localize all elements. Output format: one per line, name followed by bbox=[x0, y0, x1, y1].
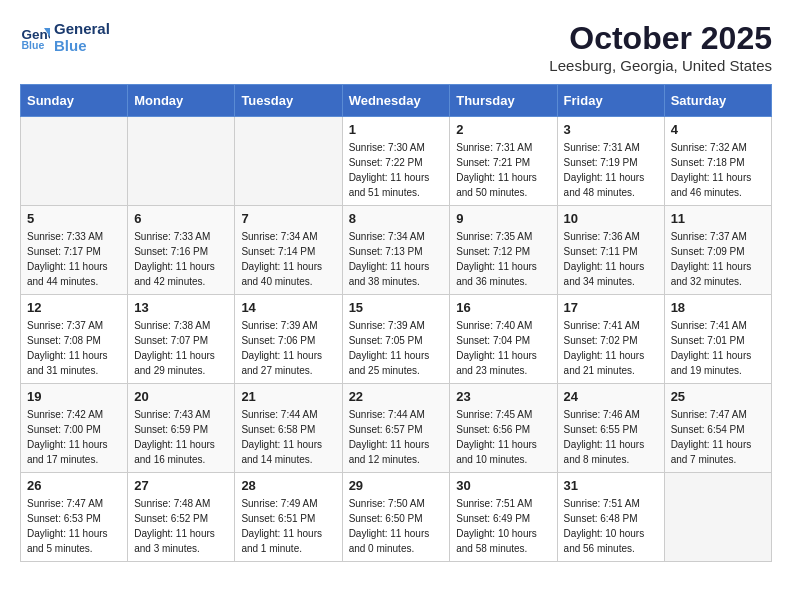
calendar-cell: 4Sunrise: 7:32 AM Sunset: 7:18 PM Daylig… bbox=[664, 117, 771, 206]
weekday-thursday: Thursday bbox=[450, 85, 557, 117]
logo-line2: Blue bbox=[54, 37, 110, 54]
day-number: 2 bbox=[456, 122, 550, 137]
calendar-cell: 15Sunrise: 7:39 AM Sunset: 7:05 PM Dayli… bbox=[342, 295, 450, 384]
day-info: Sunrise: 7:33 AM Sunset: 7:16 PM Dayligh… bbox=[134, 229, 228, 289]
day-info: Sunrise: 7:51 AM Sunset: 6:48 PM Dayligh… bbox=[564, 496, 658, 556]
weekday-sunday: Sunday bbox=[21, 85, 128, 117]
calendar-cell bbox=[21, 117, 128, 206]
weekday-wednesday: Wednesday bbox=[342, 85, 450, 117]
day-info: Sunrise: 7:50 AM Sunset: 6:50 PM Dayligh… bbox=[349, 496, 444, 556]
page-header: General Blue General Blue October 2025 L… bbox=[20, 20, 772, 74]
calendar-table: SundayMondayTuesdayWednesdayThursdayFrid… bbox=[20, 84, 772, 562]
day-info: Sunrise: 7:47 AM Sunset: 6:53 PM Dayligh… bbox=[27, 496, 121, 556]
day-number: 28 bbox=[241, 478, 335, 493]
day-number: 15 bbox=[349, 300, 444, 315]
day-info: Sunrise: 7:46 AM Sunset: 6:55 PM Dayligh… bbox=[564, 407, 658, 467]
calendar-cell: 18Sunrise: 7:41 AM Sunset: 7:01 PM Dayli… bbox=[664, 295, 771, 384]
calendar-cell: 30Sunrise: 7:51 AM Sunset: 6:49 PM Dayli… bbox=[450, 473, 557, 562]
calendar-cell: 21Sunrise: 7:44 AM Sunset: 6:58 PM Dayli… bbox=[235, 384, 342, 473]
day-number: 30 bbox=[456, 478, 550, 493]
day-number: 8 bbox=[349, 211, 444, 226]
calendar-cell: 10Sunrise: 7:36 AM Sunset: 7:11 PM Dayli… bbox=[557, 206, 664, 295]
location: Leesburg, Georgia, United States bbox=[549, 57, 772, 74]
calendar-cell bbox=[128, 117, 235, 206]
day-info: Sunrise: 7:39 AM Sunset: 7:06 PM Dayligh… bbox=[241, 318, 335, 378]
weekday-header-row: SundayMondayTuesdayWednesdayThursdayFrid… bbox=[21, 85, 772, 117]
day-number: 19 bbox=[27, 389, 121, 404]
calendar-cell: 3Sunrise: 7:31 AM Sunset: 7:19 PM Daylig… bbox=[557, 117, 664, 206]
calendar-cell: 27Sunrise: 7:48 AM Sunset: 6:52 PM Dayli… bbox=[128, 473, 235, 562]
day-info: Sunrise: 7:48 AM Sunset: 6:52 PM Dayligh… bbox=[134, 496, 228, 556]
day-number: 10 bbox=[564, 211, 658, 226]
day-info: Sunrise: 7:44 AM Sunset: 6:57 PM Dayligh… bbox=[349, 407, 444, 467]
day-number: 31 bbox=[564, 478, 658, 493]
calendar-cell: 25Sunrise: 7:47 AM Sunset: 6:54 PM Dayli… bbox=[664, 384, 771, 473]
calendar-cell: 9Sunrise: 7:35 AM Sunset: 7:12 PM Daylig… bbox=[450, 206, 557, 295]
calendar-cell: 17Sunrise: 7:41 AM Sunset: 7:02 PM Dayli… bbox=[557, 295, 664, 384]
day-info: Sunrise: 7:38 AM Sunset: 7:07 PM Dayligh… bbox=[134, 318, 228, 378]
calendar-cell: 11Sunrise: 7:37 AM Sunset: 7:09 PM Dayli… bbox=[664, 206, 771, 295]
calendar-cell: 19Sunrise: 7:42 AM Sunset: 7:00 PM Dayli… bbox=[21, 384, 128, 473]
day-number: 4 bbox=[671, 122, 765, 137]
week-row-3: 12Sunrise: 7:37 AM Sunset: 7:08 PM Dayli… bbox=[21, 295, 772, 384]
day-info: Sunrise: 7:45 AM Sunset: 6:56 PM Dayligh… bbox=[456, 407, 550, 467]
calendar-cell: 1Sunrise: 7:30 AM Sunset: 7:22 PM Daylig… bbox=[342, 117, 450, 206]
day-info: Sunrise: 7:51 AM Sunset: 6:49 PM Dayligh… bbox=[456, 496, 550, 556]
day-number: 12 bbox=[27, 300, 121, 315]
weekday-monday: Monday bbox=[128, 85, 235, 117]
calendar-cell bbox=[235, 117, 342, 206]
calendar-cell: 12Sunrise: 7:37 AM Sunset: 7:08 PM Dayli… bbox=[21, 295, 128, 384]
weekday-saturday: Saturday bbox=[664, 85, 771, 117]
day-number: 29 bbox=[349, 478, 444, 493]
day-info: Sunrise: 7:41 AM Sunset: 7:02 PM Dayligh… bbox=[564, 318, 658, 378]
day-info: Sunrise: 7:40 AM Sunset: 7:04 PM Dayligh… bbox=[456, 318, 550, 378]
week-row-2: 5Sunrise: 7:33 AM Sunset: 7:17 PM Daylig… bbox=[21, 206, 772, 295]
day-info: Sunrise: 7:34 AM Sunset: 7:14 PM Dayligh… bbox=[241, 229, 335, 289]
day-number: 22 bbox=[349, 389, 444, 404]
calendar-cell: 5Sunrise: 7:33 AM Sunset: 7:17 PM Daylig… bbox=[21, 206, 128, 295]
calendar-cell bbox=[664, 473, 771, 562]
svg-text:Blue: Blue bbox=[22, 39, 45, 51]
day-info: Sunrise: 7:39 AM Sunset: 7:05 PM Dayligh… bbox=[349, 318, 444, 378]
logo-icon: General Blue bbox=[20, 22, 50, 52]
day-number: 9 bbox=[456, 211, 550, 226]
calendar-cell: 14Sunrise: 7:39 AM Sunset: 7:06 PM Dayli… bbox=[235, 295, 342, 384]
logo: General Blue General Blue bbox=[20, 20, 110, 54]
day-number: 3 bbox=[564, 122, 658, 137]
day-info: Sunrise: 7:47 AM Sunset: 6:54 PM Dayligh… bbox=[671, 407, 765, 467]
day-info: Sunrise: 7:44 AM Sunset: 6:58 PM Dayligh… bbox=[241, 407, 335, 467]
weekday-friday: Friday bbox=[557, 85, 664, 117]
day-number: 18 bbox=[671, 300, 765, 315]
day-info: Sunrise: 7:49 AM Sunset: 6:51 PM Dayligh… bbox=[241, 496, 335, 556]
day-info: Sunrise: 7:41 AM Sunset: 7:01 PM Dayligh… bbox=[671, 318, 765, 378]
calendar-cell: 28Sunrise: 7:49 AM Sunset: 6:51 PM Dayli… bbox=[235, 473, 342, 562]
day-info: Sunrise: 7:33 AM Sunset: 7:17 PM Dayligh… bbox=[27, 229, 121, 289]
day-info: Sunrise: 7:42 AM Sunset: 7:00 PM Dayligh… bbox=[27, 407, 121, 467]
calendar-cell: 7Sunrise: 7:34 AM Sunset: 7:14 PM Daylig… bbox=[235, 206, 342, 295]
day-info: Sunrise: 7:31 AM Sunset: 7:21 PM Dayligh… bbox=[456, 140, 550, 200]
day-info: Sunrise: 7:30 AM Sunset: 7:22 PM Dayligh… bbox=[349, 140, 444, 200]
month-title: October 2025 bbox=[549, 20, 772, 57]
logo-line1: General bbox=[54, 20, 110, 37]
calendar-cell: 31Sunrise: 7:51 AM Sunset: 6:48 PM Dayli… bbox=[557, 473, 664, 562]
day-number: 6 bbox=[134, 211, 228, 226]
calendar-cell: 8Sunrise: 7:34 AM Sunset: 7:13 PM Daylig… bbox=[342, 206, 450, 295]
calendar-cell: 29Sunrise: 7:50 AM Sunset: 6:50 PM Dayli… bbox=[342, 473, 450, 562]
calendar-cell: 2Sunrise: 7:31 AM Sunset: 7:21 PM Daylig… bbox=[450, 117, 557, 206]
week-row-5: 26Sunrise: 7:47 AM Sunset: 6:53 PM Dayli… bbox=[21, 473, 772, 562]
day-number: 17 bbox=[564, 300, 658, 315]
day-number: 5 bbox=[27, 211, 121, 226]
day-info: Sunrise: 7:31 AM Sunset: 7:19 PM Dayligh… bbox=[564, 140, 658, 200]
day-info: Sunrise: 7:36 AM Sunset: 7:11 PM Dayligh… bbox=[564, 229, 658, 289]
day-number: 16 bbox=[456, 300, 550, 315]
day-info: Sunrise: 7:37 AM Sunset: 7:09 PM Dayligh… bbox=[671, 229, 765, 289]
title-section: October 2025 Leesburg, Georgia, United S… bbox=[549, 20, 772, 74]
week-row-4: 19Sunrise: 7:42 AM Sunset: 7:00 PM Dayli… bbox=[21, 384, 772, 473]
day-number: 25 bbox=[671, 389, 765, 404]
calendar-cell: 23Sunrise: 7:45 AM Sunset: 6:56 PM Dayli… bbox=[450, 384, 557, 473]
day-number: 11 bbox=[671, 211, 765, 226]
day-info: Sunrise: 7:34 AM Sunset: 7:13 PM Dayligh… bbox=[349, 229, 444, 289]
day-number: 26 bbox=[27, 478, 121, 493]
day-number: 14 bbox=[241, 300, 335, 315]
calendar-cell: 16Sunrise: 7:40 AM Sunset: 7:04 PM Dayli… bbox=[450, 295, 557, 384]
